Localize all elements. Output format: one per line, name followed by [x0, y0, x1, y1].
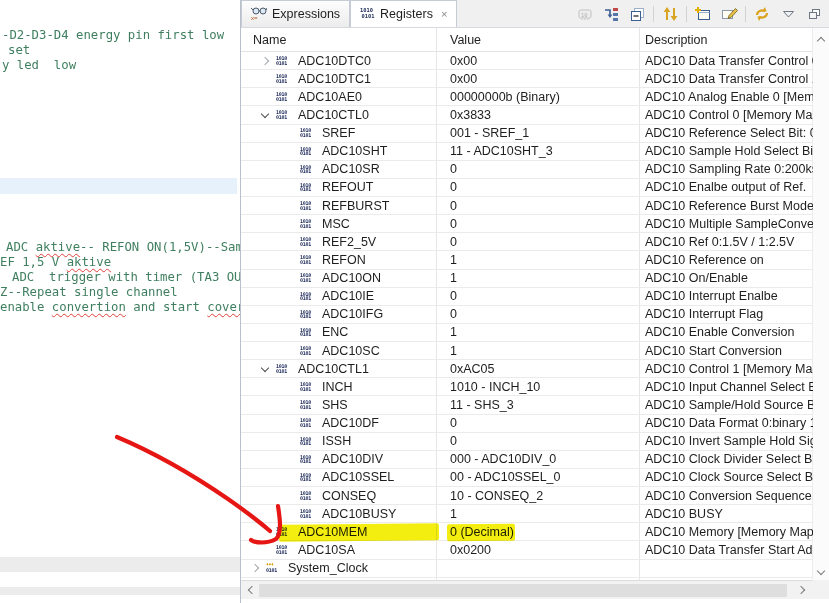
- chevron-right-icon[interactable]: [244, 565, 266, 571]
- table-row-enc[interactable]: 10100101ENC1ADC10 Enable Conversion: [241, 324, 813, 342]
- column-header-name[interactable]: Name: [241, 33, 436, 47]
- table-row-adc10ie[interactable]: 10100101ADC10IE0ADC10 Interrupt Enalbe: [241, 288, 813, 306]
- table-row-adc10ae0[interactable]: 10100101ADC10AE000000000b (Binary)ADC10 …: [241, 88, 813, 106]
- register-value[interactable]: 0: [436, 233, 639, 250]
- table-row-adc10sht[interactable]: 10100101ADC10SHT11 - ADC10SHT_3ADC10 Sam…: [241, 143, 813, 161]
- register-value[interactable]: 0: [436, 415, 639, 432]
- table-row-refon[interactable]: 10100101REFON1ADC10 Reference on: [241, 251, 813, 269]
- table-row-refburst[interactable]: 10100101REFBURST0ADC10 Reference Burst M…: [241, 197, 813, 215]
- register-value[interactable]: 1: [436, 270, 639, 287]
- register-value[interactable]: 11 - SHS_3: [436, 396, 639, 413]
- register-value[interactable]: 000 - ADC10DIV_0: [436, 451, 639, 468]
- register-value[interactable]: 001 - SREF_1: [436, 125, 639, 142]
- register-name: ADC10DTC1: [298, 72, 371, 86]
- chevron-right-icon[interactable]: [254, 58, 276, 64]
- register-value[interactable]: 0: [436, 288, 639, 305]
- refresh-icon[interactable]: [751, 3, 773, 25]
- table-row-adc10dtc0[interactable]: 10100101ADC10DTC00x00ADC10 Data Transfer…: [241, 52, 813, 70]
- vertical-scrollbar[interactable]: [812, 28, 829, 580]
- scroll-left-icon[interactable]: [247, 587, 255, 595]
- table-row-sref[interactable]: 10100101SREF001 - SREF_1ADC10 Reference …: [241, 125, 813, 143]
- restore-icon[interactable]: [803, 3, 825, 25]
- table-row-issh[interactable]: 10100101ISSH0ADC10 Invert Sample Hold Si…: [241, 433, 813, 451]
- table-row-adc10sa[interactable]: 10100101ADC10SA0x0200ADC10 Data Transfer…: [241, 541, 813, 559]
- table-row-adc10sc[interactable]: 10100101ADC10SC1ADC10 Start Conversion: [241, 342, 813, 360]
- name-cell: 10100101SREF: [241, 125, 436, 142]
- edit-register-group-icon[interactable]: [718, 3, 740, 25]
- table-row-adc10df[interactable]: 10100101ADC10DF0ADC10 Data Format 0:bina…: [241, 415, 813, 433]
- add-to-expressions-icon[interactable]: [600, 3, 622, 25]
- register-value[interactable]: 1: [436, 505, 639, 522]
- chevron-down-icon[interactable]: [254, 113, 276, 117]
- register-value[interactable]: 0: [436, 179, 639, 196]
- table-row-adc10sr[interactable]: 10100101ADC10SR0ADC10 Sampling Rate 0:20…: [241, 161, 813, 179]
- register-value[interactable]: 1: [436, 251, 639, 268]
- table-row-adc10ifg[interactable]: 10100101ADC10IFG0ADC10 Interrupt Flag: [241, 306, 813, 324]
- column-header-value[interactable]: Value: [436, 33, 639, 47]
- scrollbar-thumb[interactable]: [259, 584, 787, 597]
- table-row-adc10mem[interactable]: 10100101ADC10MEM0 (Decimal)ADC10 Memory …: [241, 523, 813, 541]
- column-header-description[interactable]: Description: [639, 33, 813, 47]
- register-value[interactable]: 0x3833: [436, 106, 639, 123]
- table-row-refout[interactable]: 10100101REFOUT0ADC10 Enalbe output of Re…: [241, 179, 813, 197]
- code-text: -D2-D3-D4 energy pin first low: [2, 28, 224, 42]
- view-menu-icon[interactable]: [777, 3, 799, 25]
- register-value[interactable]: 1010 - INCH_10: [436, 378, 639, 395]
- table-row-shs[interactable]: 10100101SHS11 - SHS_3ADC10 Sample/Hold S…: [241, 396, 813, 414]
- register-value[interactable]: 0: [436, 306, 639, 323]
- register-value[interactable]: 00000000b (Binary): [436, 88, 639, 105]
- register-description: ADC10 Invert Sample Hold Signal: [639, 433, 813, 450]
- register-value[interactable]: 0: [436, 433, 639, 450]
- register-value[interactable]: 0 (Decimal): [436, 523, 639, 540]
- collapse-all-icon[interactable]: [626, 3, 648, 25]
- table-row-adc10busy[interactable]: 10100101ADC10BUSY1ADC10 BUSY: [241, 505, 813, 523]
- register-value[interactable]: 00 - ADC10SSEL_0: [436, 469, 639, 486]
- code-line: enable convertion and start coverti: [0, 300, 240, 315]
- table-row-msc[interactable]: 10100101MSC0ADC10 Multiple SampleConvers…: [241, 215, 813, 233]
- tab-registers[interactable]: 10100101Registers×: [350, 0, 457, 27]
- table-row-inch[interactable]: 10100101INCH1010 - INCH_10ADC10 Input Ch…: [241, 378, 813, 396]
- register-value[interactable]: 0: [436, 197, 639, 214]
- register-name: ADC10CTL1: [298, 362, 369, 376]
- chevron-down-icon[interactable]: [254, 367, 276, 371]
- register-value[interactable]: 0: [436, 215, 639, 232]
- register-value[interactable]: [436, 560, 639, 577]
- scroll-right-icon[interactable]: [798, 587, 806, 595]
- name-cell: 10100101ADC10SC: [241, 342, 436, 359]
- register-value[interactable]: 1: [436, 324, 639, 341]
- code-editor[interactable]: -D2-D3-D4 energy pin first lowsety led l…: [0, 0, 240, 603]
- register-value[interactable]: 0x00: [436, 52, 639, 69]
- table-row-adc10dtc1[interactable]: 10100101ADC10DTC10x00ADC10 Data Transfer…: [241, 70, 813, 88]
- register-value[interactable]: 0xAC05: [436, 360, 639, 377]
- name-cell: 10100101ADC10ON: [241, 270, 436, 287]
- register-description: ADC10 Ref 0:1.5V / 1:2.5V: [639, 233, 813, 250]
- sync-arrows-icon[interactable]: [659, 3, 681, 25]
- name-cell: 10100101CONSEQ: [241, 487, 436, 504]
- table-row-adc10ctl0[interactable]: 10100101ADC10CTL00x3833ADC10 Control 0 […: [241, 106, 813, 124]
- table-row-ref2_5v[interactable]: 10100101REF2_5V0ADC10 Ref 0:1.5V / 1:2.5…: [241, 233, 813, 251]
- table-row-conseq[interactable]: 10100101CONSEQ10 - CONSEQ_2ADC10 Convers…: [241, 487, 813, 505]
- table-row-adc10ssel[interactable]: 10100101ADC10SSEL00 - ADC10SSEL_0ADC10 C…: [241, 469, 813, 487]
- table-row-adc10on[interactable]: 10100101ADC10ON1ADC10 On/Enable: [241, 270, 813, 288]
- new-register-group-icon[interactable]: [692, 3, 714, 25]
- table-row-adc10div[interactable]: 10100101ADC10DIV000 - ADC10DIV_0ADC10 Cl…: [241, 451, 813, 469]
- scroll-up-icon[interactable]: [818, 35, 826, 43]
- register-value[interactable]: [436, 578, 639, 580]
- register-value[interactable]: 11 - ADC10SHT_3: [436, 143, 639, 160]
- register-value[interactable]: 0: [436, 161, 639, 178]
- register-description: ADC10 Sample/Hold Source Bit: 0: [639, 396, 813, 413]
- register-description: ADC10 Data Transfer Control 0 [M: [639, 52, 813, 69]
- register-value[interactable]: 0x0200: [436, 541, 639, 558]
- close-icon[interactable]: ×: [441, 9, 447, 20]
- tab-expressions[interactable]: x=Expressions: [241, 0, 350, 27]
- horizontal-scrollbar[interactable]: [241, 580, 813, 599]
- register-icon: 10100101: [300, 455, 315, 464]
- register-value[interactable]: 10 - CONSEQ_2: [436, 487, 639, 504]
- name-cell: 10100101ADC10SA: [241, 541, 436, 558]
- scroll-down-icon[interactable]: [818, 568, 826, 576]
- register-value[interactable]: 1: [436, 342, 639, 359]
- table-row-system_clock[interactable]: ♦♦♦0101System_Clock: [241, 560, 813, 578]
- table-row[interactable]: ♦♦♦0101: [241, 578, 813, 580]
- table-row-adc10ctl1[interactable]: 10100101ADC10CTL10xAC05ADC10 Control 1 […: [241, 360, 813, 378]
- register-value[interactable]: 0x00: [436, 70, 639, 87]
